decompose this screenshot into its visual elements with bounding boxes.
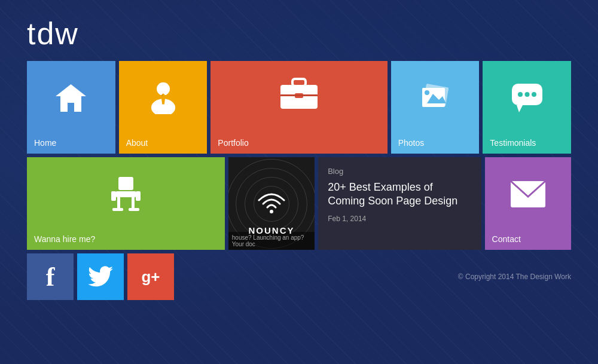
svg-rect-20 [117,197,120,209]
site-title: tdw [27,12,571,49]
tile-home-label: Home [34,138,56,148]
svg-rect-19 [115,191,136,197]
tile-portfolio-label: Portfolio [218,138,248,148]
svg-rect-22 [112,208,123,211]
tile-testimonials-label: Testimonials [490,138,536,148]
nouncy-text: NOUNCY [228,225,315,235]
blog-date: Feb 1, 2014 [328,215,366,223]
tile-home[interactable]: Home [27,61,115,154]
social-google-tile[interactable]: g+ [127,253,174,300]
nouncy-background: NOUNCY house? Launching an app? Your doc [228,157,315,250]
facebook-icon: f [46,262,55,292]
svg-point-16 [524,92,529,97]
tiles-row-1: Home About [27,61,571,154]
svg-point-17 [532,92,536,97]
tile-about[interactable]: About [119,61,208,154]
tile-portfolio[interactable]: Portfolio [210,61,387,154]
tile-hire-label: Wanna hire me? [34,234,95,244]
copyright-text: © Copyright 2014 The Design Work [458,273,571,281]
tile-contact[interactable]: Contact [485,157,571,250]
svg-rect-25 [136,191,141,201]
svg-rect-24 [111,191,116,201]
blog-category: Blog [328,167,343,176]
footer-row: f g+ © Copyright 2014 The Design Work [27,253,571,300]
svg-rect-21 [132,197,135,209]
tile-blog-text[interactable]: Blog 20+ Best Examples of Coming Soon Pa… [318,157,481,250]
tile-hire[interactable]: Wanna hire me? [27,157,225,250]
svg-rect-8 [280,94,318,96]
envelope-icon [509,180,547,216]
person-icon [148,81,178,121]
tiles-row-2: Wanna hire me? [27,157,571,250]
home-icon [54,83,87,120]
google-plus-icon: g+ [141,268,160,286]
svg-point-15 [518,92,523,97]
photos-icon [419,83,451,120]
blog-title: 20+ Best Examples of Coming Soon Page De… [328,181,471,209]
twitter-bird-icon [88,266,113,287]
signal-icon [257,192,286,216]
svg-point-26 [270,210,273,213]
chair-icon [106,175,145,221]
tile-about-label: About [126,138,148,148]
svg-marker-14 [517,105,523,112]
briefcase-icon [278,77,320,121]
tile-testimonials[interactable]: Testimonials [483,61,571,154]
tile-blog-image[interactable]: NOUNCY house? Launching an app? Your doc [228,157,315,250]
svg-marker-0 [56,84,86,112]
tile-contact-label: Contact [492,234,521,244]
social-twitter-tile[interactable] [77,253,124,300]
svg-point-12 [425,90,429,95]
svg-rect-18 [118,177,133,190]
tile-photos-label: Photos [398,138,425,148]
chat-icon [511,82,544,121]
social-tiles: f g+ [27,253,174,300]
tile-photos[interactable]: Photos [391,61,480,154]
tiles-container: Home About [27,61,571,250]
svg-rect-23 [129,208,139,211]
social-facebook-tile[interactable]: f [27,253,74,300]
